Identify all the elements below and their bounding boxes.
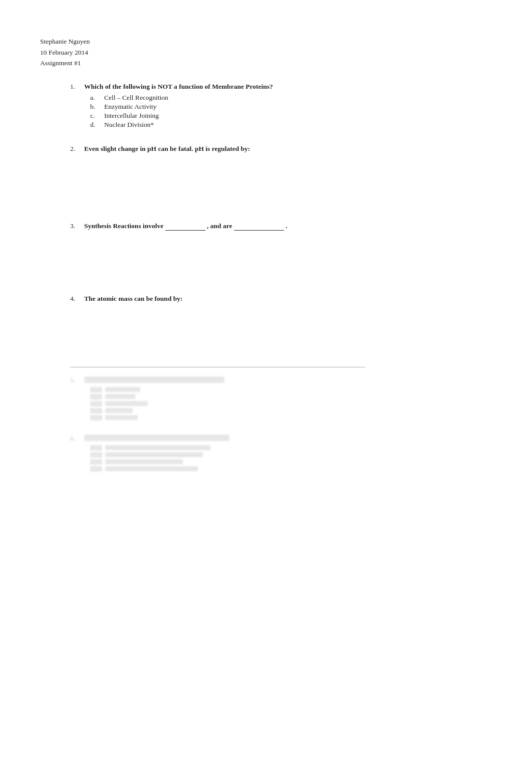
- question-3: 3. Synthesis Reactions involve , and are…: [70, 222, 492, 279]
- blurred-q6-choice-b: [90, 452, 492, 458]
- blurred-choice-label: [90, 408, 102, 414]
- choice-1a-text: Cell – Cell Recognition: [104, 94, 168, 102]
- question-2-header: 2. Even slight change in pH can be fatal…: [70, 145, 492, 153]
- blurred-q5-text: [84, 376, 224, 383]
- choice-1d-text: Nuclear Division*: [104, 121, 154, 129]
- question-4-answer-space: [70, 306, 492, 351]
- choice-1b-label: b.: [90, 103, 104, 111]
- blank-2: [234, 222, 284, 231]
- choice-1c-label: c.: [90, 112, 104, 120]
- question-3-text: Synthesis Reactions involve , and are .: [84, 222, 288, 231]
- questions-section: 1. Which of the following is NOT a funct…: [70, 83, 492, 472]
- choice-1b: b. Enzymatic Activity: [90, 103, 492, 111]
- document-date: 10 February 2014: [40, 47, 492, 58]
- blurred-q5-choice-e: [90, 415, 492, 421]
- question-3-header: 3. Synthesis Reactions involve , and are…: [70, 222, 492, 231]
- blurred-q5-choice-a: [90, 387, 492, 393]
- question-4-header: 4. The atomic mass can be found by:: [70, 295, 492, 303]
- question-1-choices: a. Cell – Cell Recognition b. Enzymatic …: [90, 94, 492, 129]
- choice-1d-label: d.: [90, 121, 104, 129]
- blurred-choice-bar: [105, 459, 183, 464]
- question-1: 1. Which of the following is NOT a funct…: [70, 83, 492, 129]
- question-2: 2. Even slight change in pH can be fatal…: [70, 145, 492, 206]
- blurred-choice-bar: [105, 445, 210, 450]
- blurred-choice-bar: [105, 452, 203, 457]
- section-divider: [70, 367, 365, 367]
- choice-1c-text: Intercellular Joining: [104, 112, 159, 120]
- blurred-q5-choice-c: [90, 401, 492, 407]
- blurred-choice-label: [90, 394, 102, 400]
- blurred-choice-bar: [105, 408, 133, 413]
- blurred-questions-section: 5.: [70, 376, 492, 472]
- blurred-question-5: 5.: [70, 376, 492, 421]
- blurred-q6-choice-d: [90, 466, 492, 472]
- blurred-choice-label: [90, 387, 102, 393]
- blurred-q5-choice-b: [90, 394, 492, 400]
- question-3-answer-space: [70, 234, 492, 279]
- blurred-q5-header: 5.: [70, 376, 492, 384]
- blurred-q5-number: 5.: [70, 376, 84, 384]
- student-name: Stephanie Nguyen: [40, 36, 492, 47]
- blank-1: [165, 222, 205, 231]
- blurred-choice-label: [90, 452, 102, 458]
- blurred-q6-header: 6.: [70, 435, 492, 443]
- blurred-choice-label: [90, 415, 102, 421]
- blurred-choice-label: [90, 466, 102, 472]
- choice-1a: a. Cell – Cell Recognition: [90, 94, 492, 102]
- choice-1d: d. Nuclear Division*: [90, 121, 492, 129]
- header-info: Stephanie Nguyen 10 February 2014 Assign…: [40, 36, 492, 69]
- document-page: Stephanie Nguyen 10 February 2014 Assign…: [0, 0, 532, 780]
- blurred-q6-text: [84, 435, 229, 441]
- blurred-choice-bar: [105, 466, 198, 471]
- question-2-number: 2.: [70, 145, 84, 153]
- blurred-choice-label: [90, 445, 102, 451]
- question-4-number: 4.: [70, 295, 84, 303]
- question-4: 4. The atomic mass can be found by:: [70, 295, 492, 351]
- question-4-text: The atomic mass can be found by:: [84, 295, 183, 303]
- question-1-header: 1. Which of the following is NOT a funct…: [70, 83, 492, 91]
- blurred-choice-bar: [105, 387, 140, 392]
- blurred-q5-choice-d: [90, 408, 492, 414]
- blurred-choice-label: [90, 459, 102, 465]
- question-3-number: 3.: [70, 222, 84, 230]
- blurred-q6-choice-a: [90, 445, 492, 451]
- blurred-choice-label: [90, 401, 102, 407]
- blurred-q6-number: 6.: [70, 435, 84, 443]
- blurred-choice-bar: [105, 401, 148, 406]
- choice-1a-label: a.: [90, 94, 104, 102]
- question-2-answer-space: [70, 156, 492, 206]
- blurred-choice-bar: [105, 415, 138, 420]
- question-1-number: 1.: [70, 83, 84, 91]
- choice-1b-text: Enzymatic Activity: [104, 103, 157, 111]
- choice-1c: c. Intercellular Joining: [90, 112, 492, 120]
- question-1-text: Which of the following is NOT a function…: [84, 83, 273, 91]
- blurred-q6-choice-c: [90, 459, 492, 465]
- assignment-label: Assignment #1: [40, 58, 492, 69]
- blurred-question-6: 6.: [70, 435, 492, 472]
- question-2-text: Even slight change in pH can be fatal. p…: [84, 145, 250, 153]
- blurred-choice-bar: [105, 394, 135, 399]
